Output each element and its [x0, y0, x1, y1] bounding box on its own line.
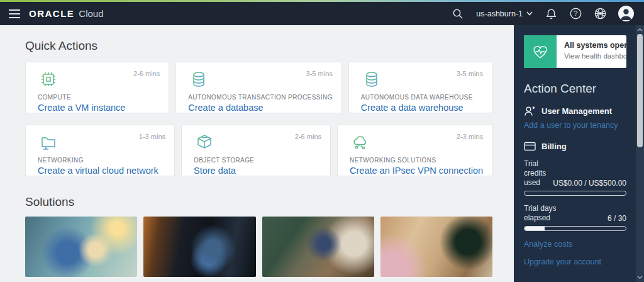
create-database-link[interactable]: Create a database	[188, 103, 333, 113]
database-icon	[361, 69, 382, 90]
create-data-warehouse-link[interactable]: Create a data warehouse	[361, 103, 483, 113]
trial-days-bar	[524, 226, 626, 231]
heart-pulse-icon	[531, 43, 549, 60]
trial-days-value: 6 / 30	[608, 214, 626, 223]
language-globe-icon[interactable]	[594, 8, 606, 20]
create-vcn-link[interactable]: Create a virtual cloud network	[38, 166, 165, 176]
solutions-title: Solutions	[25, 195, 492, 209]
solution-photo[interactable]	[380, 217, 492, 277]
create-ipsec-vpn-link[interactable]: Create an IPsec VPN connection	[350, 166, 483, 176]
card-category-label: AUTONOMOUS TRANSACTION PROCESSING	[188, 94, 333, 101]
action-center-title: Action Center	[524, 82, 626, 96]
help-icon[interactable]: ?	[569, 8, 582, 20]
billing-label: Billing	[541, 142, 567, 151]
health-status-text: All systems operational	[564, 41, 626, 50]
sidebar-scrollbar[interactable]	[636, 25, 644, 282]
region-name: us-ashburn-1	[476, 9, 523, 18]
quick-actions-title: Quick Actions	[25, 39, 492, 53]
trial-days-label: Trial days elapsed	[524, 204, 582, 223]
search-icon[interactable]	[452, 8, 464, 20]
create-vm-instance-link[interactable]: Create a VM instance	[38, 103, 160, 113]
scroll-down-icon[interactable]	[637, 274, 643, 280]
brand-oracle: ORACLE	[29, 8, 74, 19]
user-management-label: User Management	[541, 106, 612, 116]
card-category-label: OBJECT STORAGE	[194, 157, 321, 164]
card-category-label: NETWORKING	[38, 157, 165, 164]
store-data-link[interactable]: Store data	[194, 166, 321, 176]
solution-resource-manager[interactable]: Resource Manager	[262, 217, 374, 282]
quick-action-card-atp[interactable]: 3-5 mins AUTONOMOUS TRANSACTION PROCESSI…	[175, 62, 342, 113]
database-icon	[188, 69, 209, 90]
oracle-cloud-logo[interactable]: ORACLE Cloud	[29, 8, 104, 19]
chevron-down-icon	[526, 11, 533, 16]
analyze-costs-link[interactable]: Analyze costs	[524, 240, 626, 249]
solution-mission-critical-databases[interactable]: Mission Critical Databases	[143, 217, 255, 282]
cpu-chip-icon	[38, 69, 59, 90]
trial-credits-bar	[524, 191, 626, 196]
duration-estimate: 3-5 mins	[457, 69, 483, 77]
duration-estimate: 2-6 mins	[295, 132, 321, 140]
trial-credits-label: Trial credits used	[524, 159, 553, 188]
system-health-card[interactable]: All systems operational View health dash…	[524, 35, 626, 68]
trial-days-meter: Trial days elapsed 6 / 30	[524, 204, 626, 231]
user-avatar[interactable]	[618, 6, 634, 21]
solution-big-data-analytics[interactable]: Big Data and Analytics	[380, 217, 492, 282]
svg-text:?: ?	[574, 9, 577, 17]
region-selector[interactable]: us-ashburn-1	[476, 9, 533, 18]
brand-cloud: Cloud	[79, 8, 103, 19]
user-management-row: User Management	[524, 106, 626, 116]
solution-photo[interactable]	[25, 217, 137, 277]
quick-action-card-adw[interactable]: 3-5 mins AUTONOMOUS DATA WAREHOUSE Creat…	[348, 62, 492, 113]
solution-jump-start[interactable]: Jump Start	[25, 217, 137, 282]
storage-box-icon	[194, 132, 215, 153]
duration-estimate: 3-5 mins	[306, 69, 333, 77]
trial-credits-value: US$0.00 / US$500.00	[553, 179, 626, 188]
quick-action-card-vpn[interactable]: 2-3 mins NETWORKING SOLUTIONS Create an …	[337, 125, 492, 176]
notifications-bell-icon[interactable]	[545, 8, 557, 20]
action-center-sidebar: All systems operational View health dash…	[514, 25, 644, 282]
trial-days-fill	[525, 227, 545, 230]
add-user-link[interactable]: Add a user to your tenancy	[524, 121, 626, 130]
scrollbar-thumb[interactable]	[637, 34, 643, 147]
billing-row: Billing	[524, 142, 626, 151]
main-content: Quick Actions 2-6 mins COMPUTE Create a …	[0, 25, 514, 282]
quick-actions-row-2: 1-3 mins NETWORKING Create a virtual clo…	[25, 125, 492, 176]
solutions-row: Jump Start Mission Critical Databases Re…	[25, 217, 492, 282]
duration-estimate: 1-3 mins	[139, 132, 165, 140]
trial-credits-meter: Trial credits used US$0.00 / US$500.00	[524, 159, 626, 196]
cloud-network-icon	[350, 132, 371, 153]
user-icon	[524, 106, 536, 116]
top-navigation-bar: ORACLE Cloud us-ashburn-1 ?	[0, 0, 644, 25]
quick-actions-row-1: 2-6 mins COMPUTE Create a VM instance 3-…	[25, 62, 492, 113]
network-folder-icon	[38, 132, 59, 153]
quick-action-card-compute[interactable]: 2-6 mins COMPUTE Create a VM instance	[25, 62, 169, 113]
card-category-label: AUTONOMOUS DATA WAREHOUSE	[361, 94, 483, 101]
scroll-up-icon[interactable]	[637, 27, 643, 33]
quick-action-card-networking[interactable]: 1-3 mins NETWORKING Create a virtual clo…	[25, 125, 175, 176]
view-health-dashboard-link[interactable]: View health dashboard	[564, 52, 626, 60]
hamburger-menu-icon[interactable]	[0, 2, 29, 25]
upgrade-account-link[interactable]: Upgrade your account	[524, 257, 626, 266]
duration-estimate: 2-3 mins	[457, 132, 483, 140]
card-category-label: NETWORKING SOLUTIONS	[350, 157, 483, 164]
health-status-tile	[524, 35, 557, 68]
credit-card-icon	[524, 142, 536, 151]
solution-photo[interactable]	[262, 217, 374, 277]
solution-photo[interactable]	[143, 217, 255, 277]
card-category-label: COMPUTE	[38, 94, 160, 101]
quick-action-card-object-storage[interactable]: 2-6 mins OBJECT STORAGE Store data	[181, 125, 331, 176]
duration-estimate: 2-6 mins	[133, 69, 160, 77]
